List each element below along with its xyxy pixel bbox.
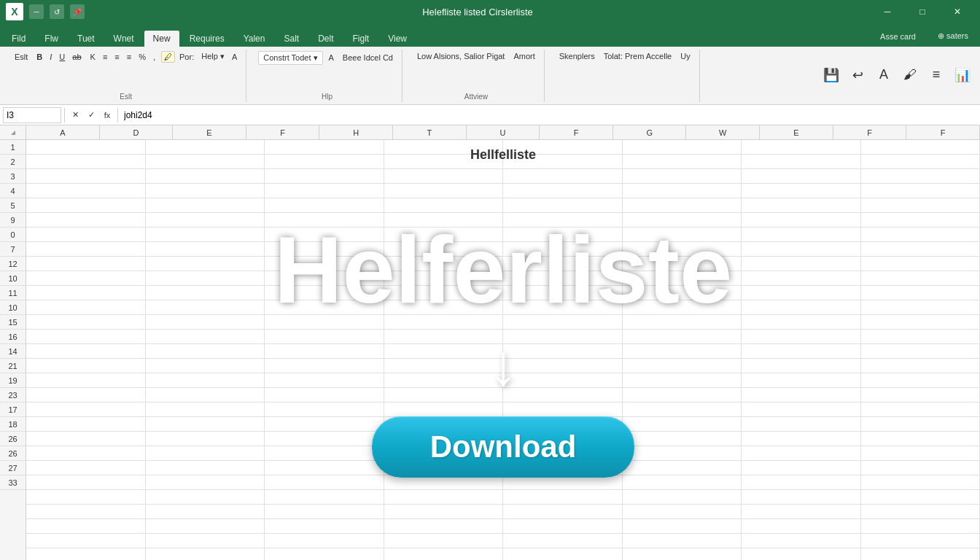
- table-row[interactable]: [623, 184, 742, 198]
- table-row[interactable]: [742, 548, 861, 560]
- table-row[interactable]: [742, 534, 861, 548]
- table-row[interactable]: [742, 257, 861, 271]
- table-row[interactable]: [623, 169, 742, 184]
- table-row[interactable]: [26, 228, 146, 242]
- btn-align-left[interactable]: ≡: [100, 52, 110, 62]
- table-row[interactable]: [26, 184, 146, 198]
- btn-amort[interactable]: Amort: [510, 51, 537, 61]
- table-row[interactable]: [265, 242, 384, 257]
- table-row[interactable]: [146, 198, 265, 213]
- ribbon-icon-1[interactable]: 💾: [820, 66, 843, 86]
- tab-salt[interactable]: Salt: [275, 31, 308, 47]
- table-row[interactable]: [503, 140, 623, 155]
- table-row[interactable]: [861, 490, 981, 505]
- row-7[interactable]: 7: [0, 242, 26, 257]
- formula-fx-btn[interactable]: fx: [100, 108, 114, 122]
- table-row[interactable]: [146, 286, 265, 300]
- table-row[interactable]: [503, 548, 623, 560]
- row-12[interactable]: 12: [0, 257, 26, 271]
- table-row[interactable]: [742, 213, 861, 228]
- btn-strikethrough[interactable]: ab: [69, 52, 84, 62]
- table-row[interactable]: [146, 330, 265, 344]
- table-row[interactable]: [861, 213, 981, 228]
- btn-align-right[interactable]: ≡: [124, 52, 134, 62]
- col-header-h[interactable]: H: [319, 125, 393, 139]
- row-11[interactable]: 11: [0, 286, 26, 300]
- table-row[interactable]: [26, 198, 146, 213]
- tab-view[interactable]: View: [379, 31, 416, 47]
- table-row[interactable]: [265, 155, 384, 169]
- btn-a-color[interactable]: A: [326, 52, 337, 63]
- table-row[interactable]: [503, 519, 623, 534]
- table-row[interactable]: [265, 490, 384, 505]
- window-close-btn[interactable]: ✕: [941, 0, 974, 23]
- table-row[interactable]: [146, 184, 265, 198]
- table-row[interactable]: [503, 169, 623, 184]
- table-row[interactable]: [384, 169, 504, 184]
- name-box[interactable]: I3: [3, 107, 61, 123]
- table-row[interactable]: [26, 417, 146, 432]
- table-row[interactable]: [26, 286, 146, 300]
- table-row[interactable]: [861, 432, 981, 446]
- table-row[interactable]: [503, 344, 623, 359]
- tab-requires[interactable]: Requires: [181, 31, 233, 47]
- table-row[interactable]: [623, 505, 742, 519]
- tab-wnet[interactable]: Wnet: [105, 31, 143, 47]
- table-row[interactable]: [623, 519, 742, 534]
- col-header-e[interactable]: E: [173, 125, 246, 139]
- table-row[interactable]: [861, 315, 981, 330]
- tab-new[interactable]: New: [144, 31, 179, 47]
- ribbon-icon-3[interactable]: A: [872, 66, 895, 85]
- table-row[interactable]: [146, 475, 265, 490]
- table-row[interactable]: [623, 417, 742, 432]
- btn-italic[interactable]: I: [47, 52, 55, 62]
- table-row[interactable]: [384, 213, 504, 228]
- col-header-f[interactable]: F: [246, 125, 320, 139]
- table-row[interactable]: [384, 519, 504, 534]
- table-row[interactable]: [146, 548, 265, 560]
- table-row[interactable]: [861, 344, 981, 359]
- table-row[interactable]: [503, 388, 623, 402]
- table-row[interactable]: [861, 548, 981, 560]
- row-16[interactable]: 16: [0, 330, 26, 344]
- table-row[interactable]: [265, 548, 384, 560]
- download-button[interactable]: Download: [372, 416, 635, 478]
- table-row[interactable]: [623, 548, 742, 560]
- table-row[interactable]: [861, 417, 981, 432]
- table-row[interactable]: [146, 432, 265, 446]
- table-row[interactable]: [26, 548, 146, 560]
- table-row[interactable]: [384, 373, 504, 388]
- col-header-f3[interactable]: F: [833, 125, 907, 139]
- table-row[interactable]: [742, 373, 861, 388]
- btn-fontsize[interactable]: A: [229, 52, 240, 62]
- table-row[interactable]: [26, 242, 146, 257]
- table-row[interactable]: [742, 184, 861, 198]
- table-row[interactable]: [265, 344, 384, 359]
- table-row[interactable]: [503, 490, 623, 505]
- ribbon-icon-5[interactable]: ≡: [925, 66, 948, 85]
- table-row[interactable]: [26, 300, 146, 315]
- formula-input[interactable]: [121, 110, 977, 120]
- row-26[interactable]: 26: [0, 432, 26, 446]
- col-header-a[interactable]: A: [26, 125, 100, 139]
- table-row[interactable]: [26, 315, 146, 330]
- table-row[interactable]: [146, 169, 265, 184]
- table-row[interactable]: [265, 388, 384, 402]
- table-row[interactable]: [26, 344, 146, 359]
- table-row[interactable]: [623, 213, 742, 228]
- btn-format[interactable]: %: [136, 52, 149, 62]
- minimize-ribbon-btn[interactable]: ─: [29, 4, 44, 19]
- table-row[interactable]: [861, 359, 981, 373]
- table-row[interactable]: [265, 257, 384, 271]
- table-row[interactable]: [384, 315, 504, 330]
- table-row[interactable]: [503, 198, 623, 213]
- table-row[interactable]: [26, 475, 146, 490]
- restore-btn[interactable]: ↺: [50, 4, 64, 19]
- table-row[interactable]: [265, 300, 384, 315]
- table-row[interactable]: [861, 373, 981, 388]
- ribbon-icon-2[interactable]: ↩: [846, 66, 869, 86]
- table-row[interactable]: [861, 169, 981, 184]
- col-header-e2[interactable]: E: [760, 125, 833, 139]
- table-row[interactable]: [742, 505, 861, 519]
- col-header-u[interactable]: U: [467, 125, 540, 139]
